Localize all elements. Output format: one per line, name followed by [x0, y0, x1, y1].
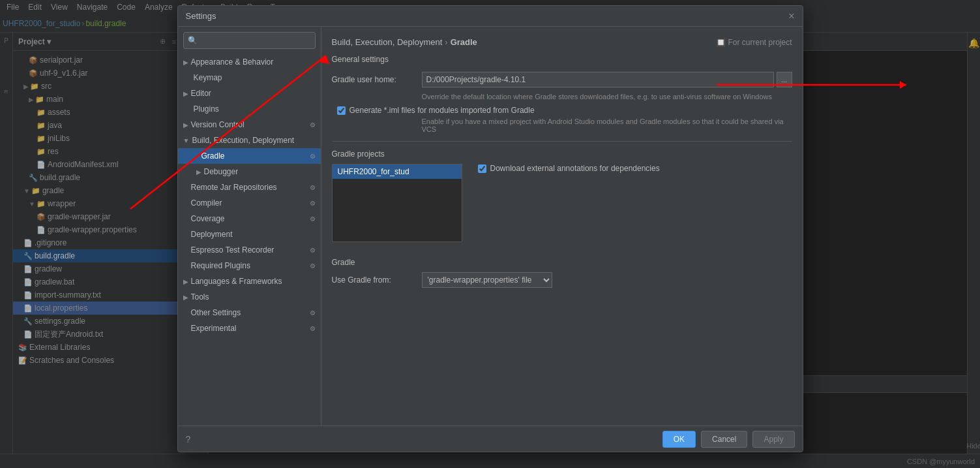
nav-expand-icon3: ▶	[183, 121, 188, 129]
settings-nav: 🔍 ▶ Appearance & Behavior Keymap ▶	[178, 27, 321, 426]
nav-other-settings[interactable]: Other Settings ⚙	[178, 305, 321, 320]
generate-iml-row: Generate *.iml files for modules importe…	[337, 106, 792, 115]
sync-icon5: ⚙	[310, 262, 316, 270]
cancel-button[interactable]: Cancel	[701, 431, 747, 448]
breadcrumb-current: Gradle	[451, 37, 477, 47]
nav-gradle[interactable]: Gradle ⚙	[178, 148, 321, 164]
settings-dialog: Settings × 🔍 ▶ Appearance & Behavior	[177, 5, 803, 452]
settings-dialog-overlay: Settings × 🔍 ▶ Appearance & Behavior	[0, 0, 980, 468]
breadcrumb-sep: ›	[445, 37, 447, 47]
footer-buttons: OK Cancel Apply	[662, 431, 795, 448]
gradle-projects-area: UHFR2000_for_stud Download external anno…	[332, 164, 792, 250]
nav-label: Coverage	[191, 214, 225, 223]
search-icon: 🔍	[188, 36, 198, 45]
divider	[332, 141, 792, 142]
nav-expand-icon2: ▶	[183, 90, 188, 97]
nav-label: Required Plugins	[191, 261, 250, 270]
nav-expand-icon7: ▶	[183, 294, 188, 301]
nav-label: Compiler	[191, 198, 222, 208]
nav-label: Appearance & Behavior	[191, 57, 274, 67]
ok-button[interactable]: OK	[662, 431, 696, 448]
gradle-home-input[interactable]	[422, 72, 774, 87]
settings-content: Build, Execution, Deployment › Gradle 🔲 …	[321, 27, 803, 426]
gradle-section-title: Gradle	[332, 258, 792, 267]
sync-icon: ⚙	[310, 184, 316, 191]
nav-label: Experimental	[191, 324, 237, 333]
nav-gradle-label: Gradle	[201, 151, 225, 161]
nav-deployment[interactable]: Deployment	[178, 226, 321, 242]
use-gradle-from-row: Use Gradle from: 'gradle-wrapper.propert…	[332, 272, 792, 288]
nav-debugger[interactable]: ▶ Debugger	[178, 164, 321, 179]
nav-tools[interactable]: ▶ Tools	[178, 289, 321, 305]
sync-icon7: ⚙	[310, 325, 316, 332]
gradle-projects-title: Gradle projects	[332, 149, 792, 159]
download-annotations-row: Download external annotations for depend…	[478, 164, 792, 173]
ide-window: File Edit View Navigate Code Analyze Ref…	[0, 0, 980, 468]
gradle-sync-icon: ⚙	[310, 153, 316, 160]
nav-remote-jar[interactable]: Remote Jar Repositories ⚙	[178, 179, 321, 195]
nav-languages[interactable]: ▶ Languages & Frameworks	[178, 273, 321, 289]
dialog-footer: ? OK Cancel Apply	[178, 426, 803, 452]
nav-label: Other Settings	[191, 308, 241, 317]
apply-button[interactable]: Apply	[752, 431, 794, 448]
nav-version-control[interactable]: ▶ Version Control ⚙	[178, 117, 321, 133]
use-gradle-from-select[interactable]: 'gradle-wrapper.properties' file Specifi…	[422, 272, 552, 288]
nav-label: Keymap	[194, 73, 222, 82]
nav-keymap[interactable]: Keymap	[178, 70, 321, 86]
dialog-title: Settings	[186, 11, 789, 21]
gradle-projects-list: UHFR2000_for_stud	[332, 164, 462, 242]
settings-search-box[interactable]: 🔍	[183, 32, 316, 49]
sync-icon6: ⚙	[310, 309, 316, 317]
nav-expand-icon: ▶	[183, 59, 188, 66]
settings-breadcrumb: Build, Execution, Deployment › Gradle 🔲 …	[332, 37, 792, 47]
gradle-project-settings: Download external annotations for depend…	[473, 164, 792, 250]
nav-label: Tools	[191, 292, 209, 302]
sync-icon2: ⚙	[310, 200, 316, 207]
nav-build-execution[interactable]: ▼ Build, Execution, Deployment	[178, 133, 321, 148]
general-settings-title: General settings	[332, 55, 792, 64]
help-icon[interactable]: ?	[186, 434, 191, 445]
nav-expand-icon5: ▶	[196, 168, 201, 176]
nav-expand-icon4: ▼	[183, 137, 190, 144]
nav-experimental[interactable]: Experimental ⚙	[178, 320, 321, 336]
generate-iml-hint: Enable if you have a mixed project with …	[422, 117, 792, 133]
nav-required-plugins[interactable]: Required Plugins ⚙	[178, 258, 321, 273]
gradle-home-hint: Override the default location where Grad…	[422, 93, 792, 101]
browse-button[interactable]: ...	[777, 72, 792, 87]
for-project-scope: 🔲 For current project	[716, 38, 792, 47]
gradle-home-label: Gradle user home:	[332, 75, 417, 84]
generate-iml-checkbox[interactable]	[337, 106, 346, 115]
gradle-project-item[interactable]: UHFR2000_for_stud	[333, 164, 462, 179]
breadcrumb-parent: Build, Execution, Deployment	[332, 37, 443, 47]
nav-label: Build, Execution, Deployment	[192, 136, 294, 145]
nav-label: Version Control	[191, 120, 245, 129]
nav-label: Remote Jar Repositories	[191, 183, 277, 192]
nav-label: Editor	[191, 89, 211, 98]
dialog-body: 🔍 ▶ Appearance & Behavior Keymap ▶	[178, 27, 803, 426]
nav-plugins[interactable]: Plugins	[178, 101, 321, 117]
nav-sync-icon: ⚙	[310, 121, 316, 129]
gradle-home-input-wrap: ...	[422, 72, 792, 87]
sync-icon3: ⚙	[310, 215, 316, 223]
nav-label: Espresso Test Recorder	[191, 245, 275, 255]
nav-compiler[interactable]: Compiler ⚙	[178, 195, 321, 211]
use-gradle-from-label: Use Gradle from:	[332, 275, 417, 285]
nav-editor[interactable]: ▶ Editor	[178, 86, 321, 101]
nav-label: Debugger	[204, 167, 239, 176]
nav-expand-icon6: ▶	[183, 278, 188, 285]
download-annotations-label: Download external annotations for depend…	[490, 164, 660, 173]
sync-icon4: ⚙	[310, 247, 316, 254]
nav-appearance-behavior[interactable]: ▶ Appearance & Behavior	[178, 54, 321, 70]
nav-label: Plugins	[194, 104, 219, 114]
download-annotations-checkbox[interactable]	[478, 164, 486, 173]
nav-label: Languages & Frameworks	[191, 277, 282, 286]
nav-coverage[interactable]: Coverage ⚙	[178, 211, 321, 226]
generate-iml-label: Generate *.iml files for modules importe…	[349, 106, 535, 115]
gradle-home-row: Gradle user home: ...	[332, 72, 792, 87]
nav-label: Deployment	[191, 230, 233, 239]
settings-search-input[interactable]	[200, 36, 311, 45]
dialog-title-bar: Settings ×	[178, 6, 803, 27]
nav-espresso[interactable]: Espresso Test Recorder ⚙	[178, 242, 321, 258]
dialog-close-button[interactable]: ×	[788, 10, 794, 22]
